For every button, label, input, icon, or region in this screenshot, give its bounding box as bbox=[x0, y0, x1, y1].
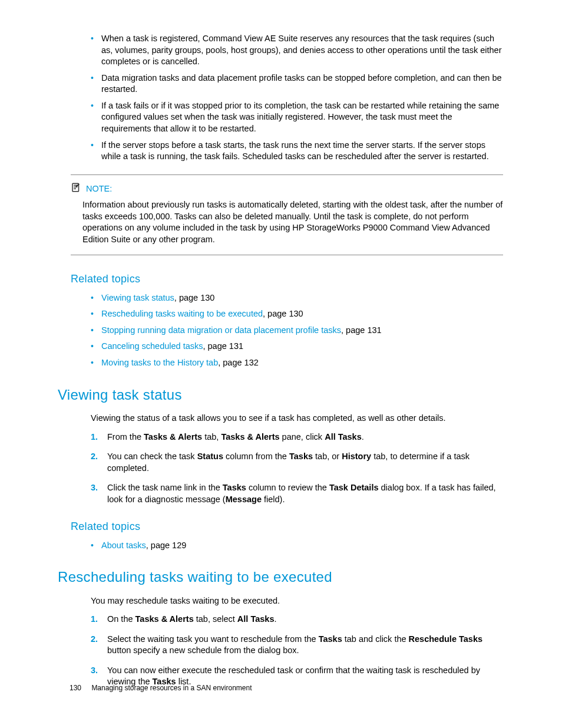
note-label-row: NOTE: bbox=[71, 182, 503, 196]
related-link[interactable]: Canceling scheduled tasks bbox=[101, 341, 203, 351]
document-page: When a task is registered, Command View … bbox=[0, 0, 562, 728]
related-topics-heading: Related topics bbox=[71, 519, 503, 533]
note-label-text: NOTE: bbox=[86, 183, 112, 195]
related-suffix: , page 132 bbox=[218, 358, 259, 367]
related-suffix: , page 131 bbox=[341, 325, 382, 335]
related-link[interactable]: Viewing task status bbox=[101, 293, 174, 302]
related-topics-list: Viewing task status, page 130 Rescheduli… bbox=[71, 292, 503, 369]
list-item: About tasks, page 129 bbox=[91, 540, 503, 552]
list-item: When a task is registered, Command View … bbox=[91, 33, 503, 68]
bullet-text: If the server stops before a task starts… bbox=[101, 140, 489, 162]
footer-title: Managing storage resources in a SAN envi… bbox=[91, 684, 252, 692]
list-item: Viewing task status, page 130 bbox=[91, 292, 503, 304]
bullet-text: When a task is registered, Command View … bbox=[101, 34, 501, 66]
note-body: Information about previously run tasks i… bbox=[82, 199, 503, 245]
divider bbox=[71, 174, 503, 175]
related-link[interactable]: About tasks bbox=[101, 541, 146, 550]
steps-list: On the Tasks & Alerts tab, select All Ta… bbox=[71, 614, 503, 688]
divider bbox=[71, 255, 503, 255]
note-block: NOTE: Information about previously run t… bbox=[71, 174, 503, 256]
list-item: Rescheduling tasks waiting to be execute… bbox=[91, 308, 503, 320]
step-item: From the Tasks & Alerts tab, Tasks & Ale… bbox=[91, 431, 503, 443]
related-link[interactable]: Moving tasks to the History tab bbox=[101, 358, 218, 367]
related-link[interactable]: Stopping running data migration or data … bbox=[101, 325, 341, 335]
related-suffix: , page 129 bbox=[146, 541, 187, 550]
page-number: 130 bbox=[70, 684, 81, 692]
step-item: You can check the task Status column fro… bbox=[91, 451, 503, 474]
list-item: Canceling scheduled tasks, page 131 bbox=[91, 341, 503, 353]
section-intro: You may reschedule tasks waiting to be e… bbox=[91, 595, 503, 607]
related-suffix: , page 130 bbox=[174, 293, 215, 302]
related-topics-list: About tasks, page 129 bbox=[71, 540, 503, 552]
related-suffix: , page 131 bbox=[203, 341, 244, 351]
note-icon bbox=[71, 182, 81, 196]
steps-list: From the Tasks & Alerts tab, Tasks & Ale… bbox=[71, 431, 503, 506]
related-suffix: , page 130 bbox=[263, 309, 303, 318]
list-item: If the server stops before a task starts… bbox=[91, 140, 503, 163]
related-topics-heading: Related topics bbox=[71, 272, 503, 286]
related-link[interactable]: Rescheduling tasks waiting to be execute… bbox=[101, 309, 263, 318]
section-intro: Viewing the status of a task allows you … bbox=[91, 413, 503, 424]
step-item: Select the waiting task you want to resc… bbox=[91, 634, 503, 657]
page-footer: 130 Managing storage resources in a SAN … bbox=[70, 683, 252, 693]
list-item: Moving tasks to the History tab, page 13… bbox=[91, 357, 503, 369]
step-item: Click the task name link in the Tasks co… bbox=[91, 482, 503, 505]
bullet-text: If a task fails or if it was stopped pri… bbox=[101, 101, 499, 133]
bullet-text: Data migration tasks and data placement … bbox=[101, 73, 502, 94]
list-item: Data migration tasks and data placement … bbox=[91, 73, 503, 95]
section-heading-viewing-task-status: Viewing task status bbox=[58, 386, 503, 404]
page-content: When a task is registered, Command View … bbox=[59, 33, 503, 688]
section-heading-rescheduling: Rescheduling tasks waiting to be execute… bbox=[58, 568, 503, 587]
list-item: Stopping running data migration or data … bbox=[91, 325, 503, 337]
step-item: On the Tasks & Alerts tab, select All Ta… bbox=[91, 614, 503, 625]
top-bullet-list: When a task is registered, Command View … bbox=[71, 33, 503, 163]
list-item: If a task fails or if it was stopped pri… bbox=[91, 100, 503, 135]
